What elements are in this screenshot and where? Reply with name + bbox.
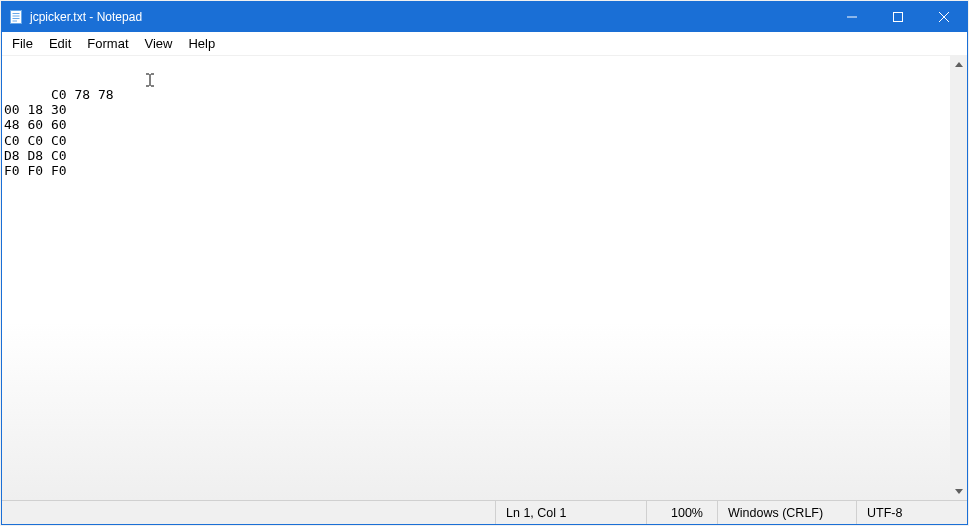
document-text: C0 78 78 00 18 30 48 60 60 C0 C0 C0 D8 D… xyxy=(4,87,114,179)
content-wrapper: C0 78 78 00 18 30 48 60 60 C0 C0 C0 D8 D… xyxy=(2,56,967,500)
menu-edit[interactable]: Edit xyxy=(41,33,79,54)
maximize-button[interactable] xyxy=(875,2,921,32)
status-encoding: UTF-8 xyxy=(857,501,967,524)
window-controls xyxy=(829,2,967,32)
close-button[interactable] xyxy=(921,2,967,32)
scroll-up-icon[interactable] xyxy=(950,56,967,73)
window-title: jcpicker.txt - Notepad xyxy=(30,10,829,24)
notepad-window: jcpicker.txt - Notepad File Edit Format … xyxy=(1,1,968,525)
svg-rect-0 xyxy=(11,11,22,24)
statusbar: Ln 1, Col 1 100% Windows (CRLF) UTF-8 xyxy=(2,500,967,524)
vertical-scrollbar[interactable] xyxy=(950,56,967,500)
status-spacer xyxy=(2,501,495,524)
svg-rect-6 xyxy=(894,13,903,22)
menu-help[interactable]: Help xyxy=(180,33,223,54)
notepad-icon xyxy=(8,9,24,25)
minimize-button[interactable] xyxy=(829,2,875,32)
titlebar[interactable]: jcpicker.txt - Notepad xyxy=(2,2,967,32)
scroll-track[interactable] xyxy=(950,73,967,483)
text-cursor-icon xyxy=(80,58,94,72)
menu-file[interactable]: File xyxy=(4,33,41,54)
status-zoom: 100% xyxy=(647,501,717,524)
text-editor[interactable]: C0 78 78 00 18 30 48 60 60 C0 C0 C0 D8 D… xyxy=(2,56,950,500)
status-cursor-position: Ln 1, Col 1 xyxy=(496,501,646,524)
scroll-down-icon[interactable] xyxy=(950,483,967,500)
menu-view[interactable]: View xyxy=(137,33,181,54)
menubar: File Edit Format View Help xyxy=(2,32,967,56)
status-line-ending: Windows (CRLF) xyxy=(718,501,856,524)
menu-format[interactable]: Format xyxy=(79,33,136,54)
